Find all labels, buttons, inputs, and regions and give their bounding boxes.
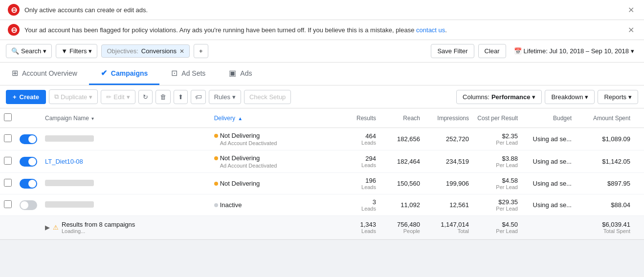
toggle-header <box>16 108 41 128</box>
expand-icon[interactable]: ▶ <box>45 224 50 231</box>
result-count: 464 <box>340 132 376 140</box>
ads-icon: ▣ <box>229 68 236 78</box>
duplicate-icon: ⧉ <box>54 93 59 101</box>
tag-button[interactable]: 🏷 <box>191 90 206 104</box>
campaign-sort-icon: ▾ <box>91 116 94 121</box>
campaign-toggle[interactable] <box>20 134 37 144</box>
row-cost-per-result: $29.35 Per Lead <box>473 194 522 216</box>
row-checkbox[interactable] <box>4 134 12 142</box>
columns-button[interactable]: Columns: Performance ▾ <box>456 90 542 104</box>
duplicate-chevron-icon: ▾ <box>89 93 92 101</box>
check-setup-button[interactable]: Check Setup <box>244 90 291 104</box>
delivery-sub: Ad Account Deactivated <box>220 140 332 146</box>
edit-button[interactable]: ✏ Edit ▾ <box>101 90 135 104</box>
save-filter-button[interactable]: Save Filter <box>431 44 474 58</box>
campaign-name-blur <box>45 201 94 208</box>
row-checkbox[interactable] <box>4 200 12 208</box>
delivery-sub: Ad Account Deactivated <box>220 163 332 169</box>
filters-button[interactable]: ▼ Filters ▾ <box>56 44 97 58</box>
ad-sets-icon: ⊡ <box>171 68 178 78</box>
campaign-toggle[interactable] <box>20 200 37 210</box>
row-checkbox[interactable] <box>4 179 12 187</box>
table-row: Not Delivering Ad Account Deactivated 46… <box>0 128 644 150</box>
alert-banner-2: ⊖ Your ad account has been flagged for p… <box>0 20 644 40</box>
toolbar: 🔍 Search ▾ ▼ Filters ▾ Objectives: Conve… <box>0 40 644 63</box>
result-label: Leads <box>340 206 376 212</box>
contact-us-link[interactable]: contact us <box>416 26 445 34</box>
impressions-header: Impressions <box>424 108 473 128</box>
row-toggle-cell <box>16 128 41 150</box>
create-button[interactable]: + Create <box>6 90 46 104</box>
alert-text-2: Your ad account has been flagged for pol… <box>24 26 626 34</box>
row-delivery: Not Delivering Ad Account Deactivated <box>210 150 336 173</box>
row-warning-cell <box>199 194 210 216</box>
breakdown-chevron-icon: ▾ <box>585 93 588 101</box>
refresh-button[interactable]: ↻ <box>138 90 153 104</box>
row-amount-spent: $1,142.05 <box>576 150 634 173</box>
row-campaign-name <box>41 128 199 150</box>
alert-text-1: Only active accounts can create or edit … <box>24 6 626 14</box>
results-header: Results <box>336 108 380 128</box>
campaign-toggle[interactable] <box>20 179 37 189</box>
reports-button[interactable]: Reports ▾ <box>598 90 638 104</box>
campaign-toggle[interactable] <box>20 157 37 167</box>
breakdown-button[interactable]: Breakdown ▾ <box>545 90 595 104</box>
delivery-status: Not Delivering <box>214 132 332 139</box>
campaign-name-blur <box>45 135 94 142</box>
row-impressions: 252,720 <box>424 128 473 150</box>
duplicate-button[interactable]: ⧉ Duplicate ▾ <box>49 89 98 104</box>
row-cost-per-result: $4.58 Per Lead <box>473 173 522 194</box>
campaign-name-blur <box>45 180 94 186</box>
row-impressions: 234,519 <box>424 150 473 173</box>
cost-per-result-header: Cost per Result <box>473 108 522 128</box>
delete-button[interactable]: 🗑 <box>155 90 171 104</box>
row-amount-spent: $897.95 <box>576 173 634 194</box>
table-container: Campaign Name ▾ Delivery ▲ Results Reach… <box>0 108 644 243</box>
chip-remove-icon[interactable]: ✕ <box>179 48 184 55</box>
alert-close-2[interactable]: ✕ <box>626 25 636 35</box>
row-amount-spent: $88.04 <box>576 194 634 216</box>
row-results: 294 Leads <box>336 150 380 173</box>
cost-label: Per Lead <box>477 184 518 190</box>
add-filter-button[interactable]: + <box>194 44 208 58</box>
row-toggle-cell <box>16 150 41 173</box>
summary-loading: Loading... <box>62 228 135 234</box>
select-all-checkbox[interactable] <box>4 113 12 121</box>
row-reach: 182,656 <box>380 128 424 150</box>
rules-button[interactable]: Rules ▾ <box>209 90 241 104</box>
alert-close-1[interactable]: ✕ <box>626 5 636 15</box>
clear-button[interactable]: Clear <box>478 44 506 58</box>
budget-header: Budget <box>522 108 576 128</box>
summary-reach: 756,480 People <box>380 216 424 239</box>
lifetime-range[interactable]: 📅 Lifetime: Jul 10, 2018 – Sep 10, 2018 … <box>510 44 638 58</box>
summary-campaigns-label: Results from 8 campaigns <box>62 221 135 228</box>
campaign-link[interactable]: LT_Diet10-08 <box>45 158 83 165</box>
delivery-dot <box>214 203 218 207</box>
row-checkbox[interactable] <box>4 157 12 165</box>
account-overview-icon: ⊞ <box>12 68 18 78</box>
search-button[interactable]: 🔍 Search ▾ <box>6 44 52 58</box>
tab-account-overview[interactable]: ⊞ Account Overview <box>0 63 89 85</box>
row-toggle-cell <box>16 194 41 216</box>
row-reach: 150,560 <box>380 173 424 194</box>
row-checkbox-cell <box>0 128 16 150</box>
edit-chevron-icon: ▾ <box>127 93 130 101</box>
row-checkbox-cell <box>0 194 16 216</box>
table-row: Not Delivering 196 Leads 150,560 199,906… <box>0 173 644 194</box>
alert-icon-1: ⊖ <box>8 4 20 16</box>
calendar-icon: 📅 <box>514 47 522 55</box>
publish-button[interactable]: ⬆ <box>174 90 188 104</box>
tab-ads[interactable]: ▣ Ads <box>217 63 264 85</box>
tab-campaigns[interactable]: ✔ Campaigns <box>89 63 159 85</box>
filter-chip-objectives: Objectives: Conversions ✕ <box>101 44 190 58</box>
delivery-header[interactable]: Delivery ▲ <box>210 108 336 128</box>
scroll-hint[interactable] <box>0 239 644 243</box>
row-warning-cell <box>199 173 210 194</box>
campaign-name-header: Campaign Name ▾ <box>41 108 199 128</box>
summary-cost-per-result: $4.50 Per Lead <box>473 216 522 239</box>
row-results: 3 Leads <box>336 194 380 216</box>
cost-label: Per Lead <box>477 206 518 212</box>
tab-ad-sets[interactable]: ⊡ Ad Sets <box>159 63 217 85</box>
reports-chevron-icon: ▾ <box>628 93 632 101</box>
result-count: 294 <box>340 155 376 162</box>
